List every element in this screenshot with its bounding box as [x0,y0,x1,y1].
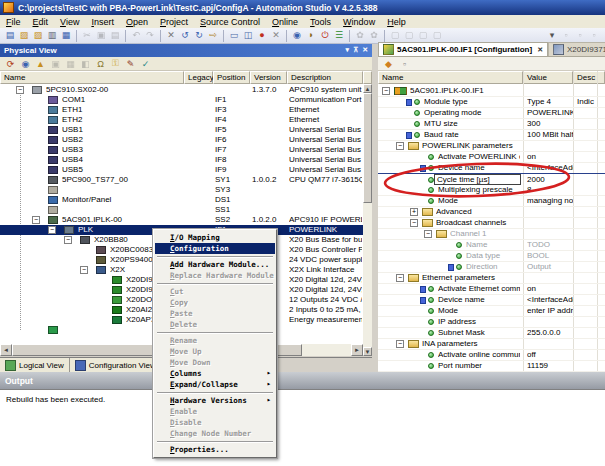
menu-source-control[interactable]: Source Control [194,16,266,28]
refresh-icon[interactable]: ⟳ [4,58,17,70]
value-cell[interactable]: 255.0.0.0 [527,327,573,338]
tree-row-eth2[interactable]: ETH2IF4Ethernet [0,115,363,125]
menu-online[interactable]: Online [266,16,304,28]
context-menu-item-properties-[interactable]: Properties... [155,444,275,455]
force-icon[interactable]: ▢ [416,29,430,42]
tab-configuration-view[interactable]: Configuration View [70,358,162,372]
menu-view[interactable]: View [54,16,85,28]
tree-row-com1[interactable]: COM1IF1Communication Port [0,95,363,105]
grid-icon[interactable]: ▦ [64,58,77,70]
value-cell[interactable]: on [527,151,573,162]
build-icon[interactable]: ▭ [227,29,241,42]
context-menu-item-cut[interactable]: Cut [155,286,275,297]
collapse-box[interactable]: − [382,87,390,95]
open-icon[interactable]: ▨ [17,29,31,42]
menu-tools[interactable]: Tools [304,16,337,28]
hscroll-right-arrow[interactable]: ► [351,344,363,356]
tree-row[interactable]: SY3 [0,185,363,195]
dropdown-icon[interactable]: ▾ [345,46,349,54]
value-cell[interactable]: Output [527,261,573,272]
value-cell[interactable]: on [527,283,573,294]
vscroll-up-arrow[interactable]: ▲ [363,84,372,93]
refresh-icon[interactable]: ↻ [192,29,206,42]
expand-all-icon[interactable]: ◆ [382,58,395,70]
brush-icon[interactable]: ✎ [124,58,137,70]
editor-tab[interactable]: 5AC901.IPLK-00.IF1 [Configuration]✕ [378,42,548,56]
copy-icon[interactable]: ▣ [94,29,108,42]
hscroll-left-arrow[interactable]: ◄ [0,344,12,356]
context-menu-item-i-o-mapping[interactable]: I/O Mapping [155,232,275,243]
upload-hw-icon[interactable]: ▲ [34,58,47,70]
value-cell[interactable]: enter IP address ... [527,305,573,316]
tree-column-header-position[interactable]: Position [213,71,250,84]
help-c-icon[interactable]: ▫ [587,29,601,42]
collapse-box[interactable]: − [32,216,40,224]
settings-a-icon[interactable]: ✿ [353,29,367,42]
menu-edit[interactable]: Edit [27,16,55,28]
collapse-box[interactable]: − [410,219,418,227]
key-icon[interactable]: ⚿ [109,58,122,70]
go-offline-icon[interactable]: ⏻ [318,29,332,42]
undo-checkout-icon[interactable]: ↺ [178,29,192,42]
menu-window[interactable]: Window [337,16,381,28]
context-menu-item-replace-hardware-module[interactable]: Replace Hardware Module [155,270,275,281]
paste-icon[interactable]: ▤ [108,29,122,42]
context-menu-item-configuration[interactable]: Configuration [155,243,275,254]
collapse-box[interactable]: − [396,340,404,348]
tree-row[interactable]: SS1 [0,205,363,215]
value-cell[interactable] [527,217,573,228]
context-menu-item-move-up[interactable]: Move Up [155,346,275,357]
value-cell[interactable]: Type 4 [527,96,573,107]
context-menu-item-rename[interactable]: Rename [155,335,275,346]
value-cell[interactable] [527,272,573,283]
diag-icon[interactable]: ▢ [430,29,444,42]
rebuild-icon[interactable]: ◫ [241,29,255,42]
value-cell[interactable]: 100 MBit half dupl... [527,129,573,140]
tree-row-eth1[interactable]: ETH1IF3Ethernet [0,105,363,115]
value-cell[interactable] [527,140,573,151]
menu-file[interactable]: File [0,16,27,28]
value-cell[interactable] [527,338,573,349]
close-icon[interactable]: ✕ [362,46,368,54]
delete-icon[interactable]: ✕ [164,29,178,42]
pin-icon[interactable]: ⊼ [353,46,358,54]
tree-column-header-name[interactable]: Name [0,71,184,84]
value-cell[interactable]: <InterfaceAddres... [527,294,573,305]
tree-row-usb3[interactable]: USB3IF7Universal Serial Bus [0,145,363,155]
config-column-header-value[interactable]: Value [523,71,573,84]
context-menu-item-copy[interactable]: Copy [155,297,275,308]
collapse-box[interactable]: − [48,226,56,234]
value-cell[interactable]: POWERLINK V2 [527,107,573,118]
clean-icon[interactable]: ✓ [139,58,152,70]
tree-row-monitor-panel[interactable]: Monitor/PanelDS1 [0,195,363,205]
context-menu-item-enable[interactable]: Enable [155,406,275,417]
go-online-icon[interactable]: ◗ [304,29,318,42]
context-menu-item-paste[interactable]: Paste [155,308,275,319]
undo-icon[interactable]: ↶ [129,29,143,42]
tree-row-usb1[interactable]: USB1IF5Universal Serial Bus [0,125,363,135]
collapse-box[interactable]: − [396,274,404,282]
context-menu-item-move-down[interactable]: Move Down [155,357,275,368]
value-cell[interactable] [527,316,573,327]
redo-icon[interactable]: ↷ [143,29,157,42]
config-column-header-name[interactable]: Name [378,71,523,84]
value-cell[interactable]: BOOL [527,250,573,261]
context-menu-item-delete[interactable]: Delete [155,319,275,330]
compare-icon[interactable]: ◧ [79,58,92,70]
config-column-header-desc[interactable]: Desc [573,71,605,84]
value-cell[interactable]: managing node [527,195,573,206]
monitor-mode-icon[interactable]: ☰ [332,29,346,42]
collapse-box[interactable]: − [16,86,24,94]
context-menu-item-hardware-versions[interactable]: Hardware Versions▸ [155,395,275,406]
value-cell[interactable]: TODO [527,239,573,250]
context-menu-item-columns[interactable]: Columns▸ [155,368,275,379]
cancel-build-icon[interactable]: ✕ [269,29,283,42]
collapse-box[interactable]: − [396,142,404,150]
editor-tab[interactable]: X20DI9371a [I/O Mappi [548,42,605,56]
settings-b-icon[interactable]: ✿ [367,29,381,42]
open-project-icon[interactable]: ▨ [31,29,45,42]
value-cell[interactable] [527,228,573,239]
context-menu-item-change-node-number[interactable]: Change Node Number [155,428,275,439]
dropdown-icon[interactable]: ▾ [545,29,559,42]
collapse-all-icon[interactable]: ▫ [398,58,411,70]
